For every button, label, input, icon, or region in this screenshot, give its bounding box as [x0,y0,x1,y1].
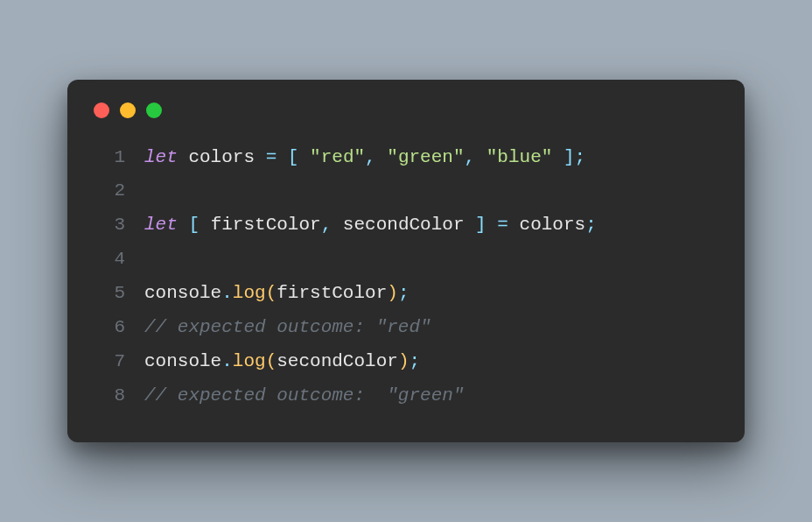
code-token: ] [475,215,486,235]
line-number: 4 [92,243,125,277]
code-token: ; [398,283,410,303]
code-line: 5console.log(firstColor); [92,277,720,311]
code-line: 6// expected outcome: "red" [92,311,720,345]
code-line: 1let colors = [ "red", "green", "blue" ]… [92,141,720,175]
code-token [276,147,288,167]
line-number: 1 [92,141,125,175]
code-token: firstColor [200,215,321,235]
line-number: 8 [92,379,125,413]
code-token: ( [266,283,277,303]
code-token: secondColor [276,351,398,371]
code-token: = [497,215,508,235]
code-token: [ [188,215,200,235]
code-token: log [233,351,266,371]
code-token [475,147,486,167]
line-content: // expected outcome: "red" [144,311,431,345]
code-token [552,147,564,167]
line-content: // expected outcome: "green" [144,379,464,413]
code-token: [ [288,147,299,167]
code-window: 1let colors = [ "red", "green", "blue" ]… [67,80,745,443]
line-content: let colors = [ "red", "green", "blue" ]; [144,141,585,175]
code-token: colors [178,147,266,167]
window-zoom-icon[interactable] [146,102,162,118]
code-token: ]; [564,147,585,167]
code-line: 7console.log(secondColor); [92,345,720,379]
line-number: 2 [92,174,125,208]
window-minimize-icon[interactable] [120,102,136,118]
code-token [298,147,310,167]
code-token: // expected outcome: "green" [144,385,464,406]
line-content: let [ firstColor, secondColor ] = colors… [144,208,597,243]
line-content: console.log(secondColor); [144,345,420,379]
line-number: 5 [92,277,125,311]
code-token: log [233,283,266,303]
code-token: colors [508,215,585,235]
code-line: 4 [92,243,720,277]
code-token: , [365,147,376,167]
code-token: "blue" [486,147,553,167]
code-token: let [144,147,178,167]
code-token: // expected outcome: "red" [144,317,431,337]
code-token [376,147,388,167]
code-token: , [321,215,332,235]
code-token: "red" [310,147,365,167]
code-token: = [266,147,277,167]
line-content: console.log(firstColor); [144,277,410,311]
code-token: . [221,351,233,371]
code-token: . [221,283,233,303]
code-token: ) [398,351,410,371]
code-token [486,215,498,235]
code-token: ) [387,283,398,303]
line-number: 7 [92,345,125,379]
window-titlebar [92,102,720,118]
code-token: console [144,351,221,371]
line-number: 3 [92,208,125,243]
code-token: let [144,215,178,235]
code-token [178,215,189,235]
code-line: 3let [ firstColor, secondColor ] = color… [92,208,720,243]
code-token: firstColor [276,283,387,303]
code-block: 1let colors = [ "red", "green", "blue" ]… [92,141,720,413]
code-token: console [144,283,221,303]
code-line: 8// expected outcome: "green" [92,379,720,413]
code-line: 2 [92,174,720,208]
code-token: ; [409,351,420,371]
code-token: ( [266,351,277,371]
code-token: , [465,147,476,167]
line-number: 6 [92,311,125,345]
window-close-icon[interactable] [94,102,109,118]
code-token: "green" [387,147,464,167]
code-token: secondColor [332,215,475,235]
code-token: ; [585,215,597,235]
